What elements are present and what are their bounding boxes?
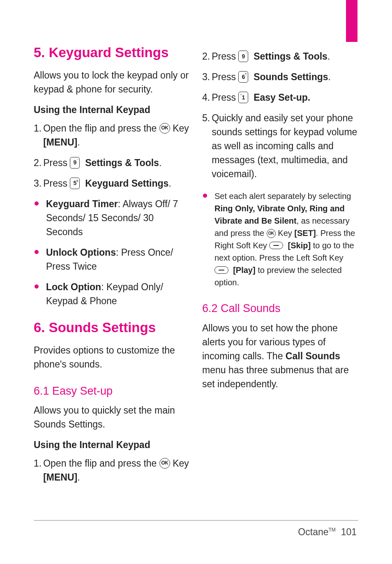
easy-setup-label: Easy Set-up. <box>254 92 310 103</box>
skip-label: [Skip] <box>288 241 311 250</box>
play-label: [Play] <box>233 266 255 275</box>
text: menu has three submenus that are set ind… <box>202 365 349 389</box>
product-name: Octane <box>298 527 328 537</box>
step-r4-easy-setup: 4. Press ~1 Easy Set-up. <box>202 90 358 104</box>
key-sup: ^ <box>245 72 247 77</box>
ok-key-icon: OK <box>159 123 170 134</box>
text: . <box>77 472 80 483</box>
bullet-icon <box>35 250 39 254</box>
step-body: Press ~1 Easy Set-up. <box>212 90 358 104</box>
option-name: Keyguard Timer <box>46 199 118 209</box>
para-keyguard-intro: Allows you to lock the keypad only or ke… <box>34 68 190 96</box>
bullet-icon <box>203 194 207 198</box>
key-sup: ' <box>77 158 78 163</box>
step-r2-settings-tools: 2. Press 9' Settings & Tools. <box>202 49 358 63</box>
footer-divider <box>34 520 358 521</box>
heading-keyguard-settings: 5. Keyguard Settings <box>34 44 190 61</box>
text: Open the flip and press the <box>43 123 159 134</box>
text: Press <box>43 157 70 168</box>
text: . <box>328 72 331 82</box>
key-9-icon: 9' <box>238 51 248 62</box>
list-body: Set each alert separately by selecting R… <box>214 190 358 289</box>
para-sounds-intro: Provides options to customize the phone'… <box>34 343 190 371</box>
option-name: Unlock Options <box>46 247 116 258</box>
step-number: 3. <box>202 70 210 84</box>
set-label: [SET] <box>294 229 316 238</box>
text: Key <box>173 458 189 469</box>
step-body: Press 9' Settings & Tools. <box>212 49 358 63</box>
option-name: Lock Option <box>46 282 101 292</box>
step-number: 1. <box>34 456 42 470</box>
bullet-icon <box>35 284 39 289</box>
list-item-unlock-options: Unlock Options: Press Once/ Press Twice <box>34 245 190 273</box>
softkey-icon <box>269 242 283 249</box>
sounds-settings-label: Sounds Settings <box>254 72 328 82</box>
step-r5-description: 5. Quickly and easily set your phone sou… <box>202 111 358 181</box>
ok-key-icon: OK <box>267 229 276 238</box>
text: . <box>77 137 80 148</box>
step-body: Open the flip and press the OK Key [MENU… <box>43 456 190 484</box>
key-6-icon: 6^ <box>238 71 248 83</box>
key-label: 1 <box>242 93 245 102</box>
text: Press <box>212 72 238 82</box>
step-body: Press 5x Keyguard Settings. <box>43 176 190 190</box>
heading-easy-setup: 6.1 Easy Set-up <box>34 384 190 398</box>
step-body: Quickly and easily set your phone sounds… <box>212 111 358 181</box>
trademark-symbol: TM <box>329 527 336 533</box>
text: Key <box>173 123 189 134</box>
bullet-icon <box>35 201 39 206</box>
subhead-internal-keypad-2: Using the Internal Keypad <box>34 439 190 451</box>
left-column: 5. Keyguard Settings Allows you to lock … <box>34 44 190 500</box>
para-easy-setup: Allows you to quickly set the main Sound… <box>34 403 190 431</box>
step-r3-sounds-settings: 3. Press 6^ Sounds Settings. <box>202 70 358 84</box>
key-sup: x <box>76 178 78 183</box>
key-sup: ' <box>246 51 247 56</box>
step-body: Press 9' Settings & Tools. <box>43 156 190 170</box>
step-3-keyguard-settings: 3. Press 5x Keyguard Settings. <box>34 176 190 190</box>
page-content: 5. Keyguard Settings Allows you to lock … <box>34 44 358 500</box>
key-9-icon: 9' <box>70 157 80 169</box>
text: . <box>159 157 161 168</box>
list-body: Unlock Options: Press Once/ Press Twice <box>46 245 190 273</box>
step-number: 5. <box>202 111 210 125</box>
list-item-lock-option: Lock Option: Keypad Only/ Keypad & Phone <box>34 280 190 308</box>
menu-label: [MENU] <box>43 472 77 483</box>
right-column: 2. Press 9' Settings & Tools. 3. Press 6… <box>202 44 358 500</box>
key-5-icon: 5x <box>70 178 80 189</box>
settings-tools-label: Settings & Tools <box>254 51 327 62</box>
text: Press <box>212 51 238 62</box>
step-number: 2. <box>202 49 210 63</box>
step-2-settings-tools: 2. Press 9' Settings & Tools. <box>34 156 190 170</box>
list-item-alert-settings: Set each alert separately by selecting R… <box>202 190 358 289</box>
call-sounds-label: Call Sounds <box>286 351 340 361</box>
settings-tools-label: Settings & Tools <box>85 157 159 168</box>
subhead-internal-keypad-1: Using the Internal Keypad <box>34 104 190 116</box>
key-1-icon: ~1 <box>238 92 248 103</box>
text: . <box>327 51 330 62</box>
step-number: 2. <box>34 156 42 170</box>
key-label: 9 <box>242 52 245 61</box>
text: Key <box>276 229 295 238</box>
page-number: 101 <box>341 527 357 537</box>
list-item-keyguard-timer: Keyguard Timer: Always Off/ 7 Seconds/ 1… <box>34 197 190 239</box>
text: . <box>168 178 171 189</box>
page-accent-tab <box>346 0 357 42</box>
ok-key-icon: OK <box>159 458 170 469</box>
text: Open the flip and press the <box>43 458 159 469</box>
page-footer: OctaneTM 101 <box>298 527 357 538</box>
text: Set each alert separately by selecting <box>214 192 351 201</box>
step-body: Open the flip and press the OK Key [MENU… <box>43 121 190 149</box>
softkey-icon <box>214 266 228 274</box>
text: Press <box>43 178 70 189</box>
heading-sounds-settings: 6. Sounds Settings <box>34 319 190 336</box>
step-1-open-flip: 1. Open the flip and press the OK Key [M… <box>34 121 190 149</box>
key-sup: ~ <box>240 92 242 97</box>
step-61-1-open-flip: 1. Open the flip and press the OK Key [M… <box>34 456 190 484</box>
step-body: Press 6^ Sounds Settings. <box>212 70 358 84</box>
step-number: 3. <box>34 176 42 190</box>
list-body: Keyguard Timer: Always Off/ 7 Seconds/ 1… <box>46 197 190 239</box>
step-number: 4. <box>202 90 210 104</box>
step-number: 1. <box>34 121 42 135</box>
text: Press <box>212 92 238 103</box>
menu-label: [MENU] <box>43 137 77 148</box>
